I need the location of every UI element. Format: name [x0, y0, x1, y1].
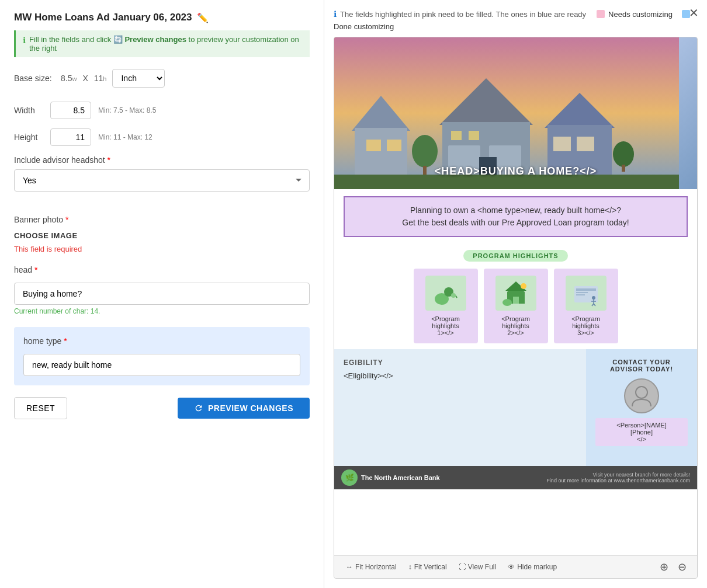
height-constraint: Min: 11 - Max: 12	[98, 133, 153, 141]
view-controls: ↔ Fit Horizontal ↕ Fit Vertical ⛶ View F…	[334, 555, 697, 578]
program-section: PROGRAM HIGHLIGHTS <Program highlights1>…	[334, 244, 697, 349]
eye-icon: 👁	[508, 563, 515, 571]
svg-rect-19	[622, 165, 625, 172]
width-label: Width	[14, 106, 43, 115]
banner-photo-label: Banner photo *	[14, 215, 310, 224]
house-banner: <HEAD>BUYING A HOME?</>	[334, 37, 697, 189]
height-row: Height Min: 11 - Max: 12	[14, 128, 310, 146]
program-card-1: <Program highlights1></>	[414, 269, 478, 343]
advisor-headshot-group: Include advisor headshot * Yes No	[14, 155, 310, 203]
home-type-group: home type *	[23, 336, 300, 376]
svg-rect-30	[576, 288, 596, 291]
head-field-group: head * Current number of char: 14.	[14, 265, 310, 315]
expand-icon: ⛶	[459, 563, 466, 571]
fit-vertical-button[interactable]: ↕ Fit Vertical	[404, 561, 452, 573]
unit-select[interactable]: Inch cm	[112, 69, 165, 88]
planning-banner: Planning to own a <home type>new, ready …	[344, 196, 688, 237]
svg-point-28	[502, 299, 512, 306]
view-buttons: ↔ Fit Horizontal ↕ Fit Vertical ⛶ View F…	[341, 561, 562, 573]
head-input[interactable]	[14, 283, 310, 305]
view-full-button[interactable]: ⛶ View Full	[454, 561, 501, 573]
legend-info-icon: ℹ	[334, 9, 337, 19]
close-button[interactable]: ✕	[689, 7, 699, 19]
contact-col: CONTACT YOURADVISOR TODAY! <Person>[NAME…	[586, 349, 697, 466]
footer-logo: 🌿 The North American Bank	[341, 469, 440, 486]
program-card-1-img	[425, 276, 466, 311]
head-field-label: head *	[14, 265, 310, 274]
footer-right-text: Visit your nearest branch for more detai…	[546, 472, 690, 483]
contact-info: <Person>[NAME][Phone]</>	[595, 418, 688, 446]
program-card-1-label: <Program highlights1></>	[418, 315, 473, 336]
preview-frame: <HEAD>BUYING A HOME?</> Planning to own …	[334, 37, 698, 579]
advisor-avatar-svg	[630, 384, 653, 408]
home-type-input[interactable]	[23, 354, 300, 376]
banner-photo-section: Banner photo * CHOOSE IMAGE This field i…	[14, 215, 310, 253]
svg-rect-31	[576, 292, 588, 293]
zoom-controls: ⊕ ⊖	[656, 559, 690, 575]
width-input[interactable]	[50, 102, 91, 119]
svg-rect-3	[366, 140, 381, 151]
left-panel: MW Home Loans Ad January 06, 2023 ✏️ ℹ F…	[0, 0, 324, 588]
svg-point-27	[521, 283, 526, 289]
program-card-3: <Program highlights3></>	[554, 269, 618, 343]
footer-bar: 🌿 The North American Bank Visit your nea…	[334, 466, 697, 489]
eligibility-col: EGIBILITY <Eligibility></>	[334, 349, 586, 466]
svg-point-18	[613, 141, 634, 167]
home-type-label: home type *	[23, 336, 300, 346]
program-card-3-img	[566, 276, 607, 311]
fit-h-icon: ↔	[346, 563, 353, 571]
svg-rect-15	[577, 137, 594, 151]
legend-needs-label: Needs customizing	[608, 10, 673, 19]
bottom-section: EGIBILITY <Eligibility></> CONTACT YOURA…	[334, 349, 697, 466]
program-card-2-label: <Program highlights2></>	[488, 315, 543, 336]
advisor-headshot-label: Include advisor headshot *	[14, 155, 310, 165]
legend-row: ℹ The fields highlighted in pink need to…	[334, 9, 698, 31]
program-card-2-img	[495, 276, 536, 311]
right-panel: ✕ ℹ The fields highlighted in pink need …	[324, 0, 707, 588]
height-input[interactable]	[50, 128, 91, 146]
planning-text: Planning to own a <home type>new, ready …	[402, 206, 629, 227]
program-cards: <Program highlights1></>	[344, 269, 688, 343]
legend-info-text: The fields highlighted in pink need to b…	[340, 10, 586, 19]
preview-scroll[interactable]: <HEAD>BUYING A HOME?</> Planning to own …	[334, 37, 697, 555]
hide-markup-button[interactable]: 👁 Hide markup	[503, 561, 562, 573]
zoom-out-button[interactable]: ⊖	[674, 559, 690, 575]
legend-dot-pink	[597, 10, 605, 18]
info-icon: ℹ	[23, 36, 26, 45]
program-card-3-label: <Program highlights3></>	[559, 315, 614, 336]
refresh-icon	[194, 403, 203, 413]
svg-point-33	[592, 296, 595, 300]
zoom-in-button[interactable]: ⊕	[656, 559, 672, 575]
eligibility-value: <Eligibility></>	[344, 371, 577, 380]
advisor-headshot-select[interactable]: Yes No	[14, 169, 310, 192]
preview-button[interactable]: PREVIEW CHANGES	[178, 398, 310, 419]
info-box: ℹ Fill in the fields and click 🔄 Preview…	[14, 30, 310, 57]
edit-icon[interactable]: ✏️	[197, 12, 209, 23]
fit-horizontal-button[interactable]: ↔ Fit Horizontal	[341, 561, 401, 573]
width-constraint: Min: 7.5 - Max: 8.5	[98, 106, 156, 114]
base-height-value: 11h	[94, 74, 107, 83]
choose-image-button[interactable]: CHOOSE IMAGE	[14, 229, 78, 242]
char-count: Current number of char: 14.	[14, 307, 310, 315]
banner-photo-error: This field is required	[14, 245, 310, 253]
footer-logo-icon: 🌿	[341, 469, 358, 486]
reset-button[interactable]: RESET	[14, 397, 67, 419]
svg-rect-25	[513, 297, 519, 304]
svg-rect-17	[423, 166, 427, 175]
head-buying-text: <HEAD>BUYING A HOME?</>	[435, 165, 597, 178]
advisor-avatar	[624, 378, 659, 413]
page-title: MW Home Loans Ad January 06, 2023	[14, 12, 192, 23]
svg-rect-32	[576, 294, 585, 295]
bottom-buttons: RESET PREVIEW CHANGES	[14, 397, 310, 419]
svg-rect-4	[387, 140, 401, 151]
fit-v-icon: ↕	[408, 563, 412, 571]
height-label: Height	[14, 133, 43, 142]
svg-point-23	[451, 293, 456, 298]
base-size-label: Base size:	[14, 74, 55, 83]
svg-point-16	[412, 135, 438, 168]
program-card-2: <Program highlights2></>	[484, 269, 548, 343]
svg-rect-10	[451, 131, 462, 140]
svg-rect-14	[553, 137, 571, 151]
size-x-sep: X	[82, 74, 88, 83]
svg-line-37	[594, 304, 595, 306]
